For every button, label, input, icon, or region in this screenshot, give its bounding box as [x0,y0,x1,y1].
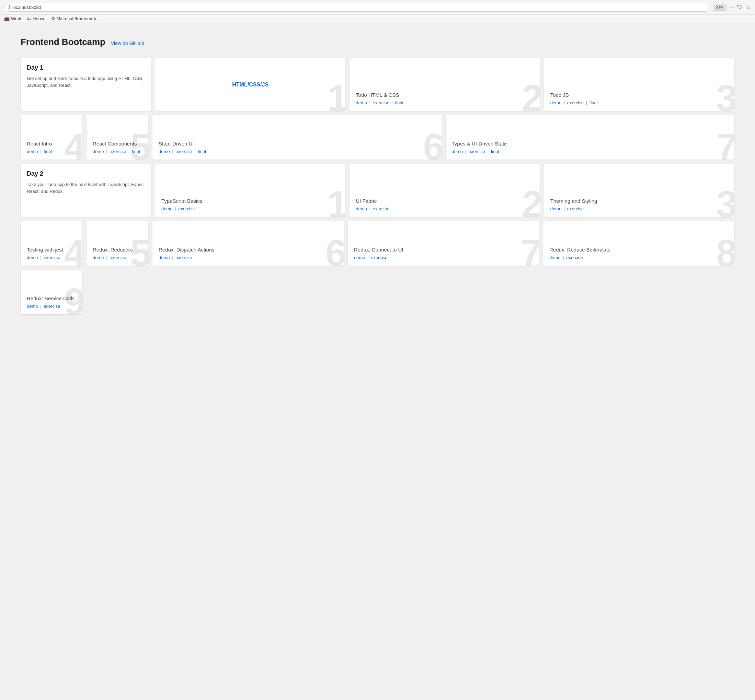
day1-title: Day 1 [27,64,145,72]
card-redux-service-inner: Redux: Service Calls demo | exercise [20,270,82,314]
todo-js-demo[interactable]: demo [550,100,562,105]
theming-exercise[interactable]: exercise [567,206,584,211]
address-bar[interactable]: ℹ localhost:8080 [4,3,710,12]
card-redux-connect-inner: Redux: Connect to UI demo | exercise [348,221,539,266]
card-day2-inner: Day 2 Take your todo app to the next lev… [20,164,151,217]
todo-html-css-links: demo | exercise | final [356,100,534,105]
redux-service-exercise[interactable]: exercise [44,304,60,309]
toolbar-icons: ··· 🛡 ☆ [729,4,751,11]
react-components-final[interactable]: final [132,149,140,154]
redux-dispatch-demo[interactable]: demo [159,255,170,260]
bookmark-github[interactable]: ⚙ Microsoft/frontend-b... [51,16,100,21]
shield-icon[interactable]: 🛡 [737,4,742,11]
info-icon: ℹ [9,5,10,10]
todo-js-links: demo | exercise | final [550,100,728,105]
redux-boilerplate-demo[interactable]: demo [549,255,561,260]
card-day1: Day 1 Get set up and learn to build a to… [20,58,151,111]
view-on-github-link[interactable]: View on GitHub [111,41,144,46]
card-redux-dispatch: 6 Redux: Dispatch Actions demo | exercis… [152,221,344,266]
card-react-components: 5 React Components demo | exercise | fin… [86,115,148,159]
redux-connect-title: Redux: Connect to UI [354,246,533,253]
card-todo-js: 3 Todo JS demo | exercise | final [544,58,735,111]
redux-boilerplate-exercise[interactable]: exercise [566,255,583,260]
todo-html-css-demo[interactable]: demo [356,100,367,105]
redux-reducers-demo[interactable]: demo [93,255,104,260]
page-content: Frontend Bootcamp View on GitHub Day 1 G… [0,23,755,695]
react-intro-links: demo | final [27,149,76,154]
redux-dispatch-links: demo | exercise [159,255,337,260]
card-testing-inner: Testing with jest demo | exercise [20,221,82,266]
testing-exercise[interactable]: exercise [44,255,60,260]
todo-html-css-exercise[interactable]: exercise [373,100,389,105]
redux-connect-demo[interactable]: demo [354,255,365,260]
browser-chrome: ℹ localhost:8080 90% ··· 🛡 ☆ 💼 Work 🗂 Ho… [0,0,755,23]
redux-service-demo[interactable]: demo [27,304,38,309]
sep2: | [392,100,394,105]
card-redux-connect: 7 Redux: Connect to UI demo | exercise [348,221,539,266]
todo-html-css-final[interactable]: final [395,100,403,105]
react-components-demo[interactable]: demo [93,149,104,154]
theming-demo[interactable]: demo [550,206,562,211]
browser-toolbar: ℹ localhost:8080 90% ··· 🛡 ☆ [0,0,755,14]
star-icon[interactable]: ☆ [746,4,751,11]
testing-links: demo | exercise [27,255,76,260]
folder-icon: 🗂 [27,16,31,21]
page-title: Frontend Bootcamp [20,37,105,47]
react-intro-final[interactable]: final [44,149,52,154]
bookmarks-bar: 💼 Work 🗂 House ⚙ Microsoft/frontend-b... [0,14,755,23]
day2-title: Day 2 [27,170,145,178]
state-driven-demo[interactable]: demo [159,149,170,154]
types-ui-demo[interactable]: demo [452,149,463,154]
redux-dispatch-exercise[interactable]: exercise [175,255,192,260]
todo-js-title: Todo JS [550,92,728,98]
ui-fabric-exercise[interactable]: exercise [373,206,389,211]
typescript-exercise[interactable]: exercise [178,206,195,211]
testing-title: Testing with jest [27,246,76,253]
card-redux-service: 9 Redux: Service Calls demo | exercise [20,270,82,314]
state-driven-final[interactable]: final [198,149,206,154]
card-state-driven-ui: 6 State-Driven UI demo | exercise | fina… [152,115,442,159]
types-ui-title: Types & UI-Driven State [452,141,728,147]
card-redux-boilerplate: 8 Redux: Reduce Boilerplate demo | exerc… [543,221,735,266]
types-ui-final[interactable]: final [491,149,499,154]
htmlcssjs-link[interactable]: HTML/CSS/JS [232,82,268,88]
react-components-exercise[interactable]: exercise [110,149,126,154]
todo-js-exercise[interactable]: exercise [567,100,584,105]
bookmark-work[interactable]: 💼 Work [4,16,21,21]
card-htmlcssjs: 1 HTML/CSS/JS [155,58,345,111]
theming-links: demo | exercise [550,206,728,211]
redux-boilerplate-title: Redux: Reduce Boilerplate [549,246,728,253]
types-ui-exercise[interactable]: exercise [469,149,485,154]
day2-desc: Take your todo app to the next level wit… [27,181,145,195]
row-2: 4 React Intro demo | final 5 React Compo… [20,115,735,159]
todo-js-final[interactable]: final [589,100,598,105]
card-typescript-basics: 1 TypeScript Basics demo | exercise [155,164,345,217]
ui-fabric-title: UI Fabric [356,198,534,205]
card-day1-inner: Day 1 Get set up and learn to build a to… [20,58,151,111]
more-icon[interactable]: ··· [729,4,734,11]
redux-connect-exercise[interactable]: exercise [371,255,387,260]
cards-grid: Day 1 Get set up and learn to build a to… [20,58,735,314]
redux-dispatch-title: Redux: Dispatch Actions [159,246,337,253]
bookmark-work-label: Work [11,16,21,21]
redux-reducers-exercise[interactable]: exercise [110,255,126,260]
state-driven-exercise[interactable]: exercise [175,149,192,154]
react-intro-demo[interactable]: demo [27,149,38,154]
address-text: localhost:8080 [13,5,41,10]
bookmark-house-label: House [33,16,45,21]
card-types-ui-inner: Types & UI-Driven State demo | exercise … [446,115,735,159]
theming-title: Theming and Styling [550,198,728,205]
card-ui-fabric: 2 UI Fabric demo | exercise [349,164,540,217]
ui-fabric-links: demo | exercise [356,206,534,211]
card-theming-inner: Theming and Styling demo | exercise [544,164,735,217]
bookmark-house[interactable]: 🗂 House [27,16,45,21]
zoom-badge: 90% [713,4,727,11]
types-ui-links: demo | exercise | final [452,149,728,154]
card-theming: 3 Theming and Styling demo | exercise [544,164,735,217]
testing-demo[interactable]: demo [27,255,38,260]
card-react-components-inner: React Components demo | exercise | final [86,115,148,159]
state-driven-title: State-Driven UI [159,141,435,147]
typescript-demo[interactable]: demo [161,206,173,211]
ui-fabric-demo[interactable]: demo [356,206,367,211]
github-icon: ⚙ [51,16,55,21]
